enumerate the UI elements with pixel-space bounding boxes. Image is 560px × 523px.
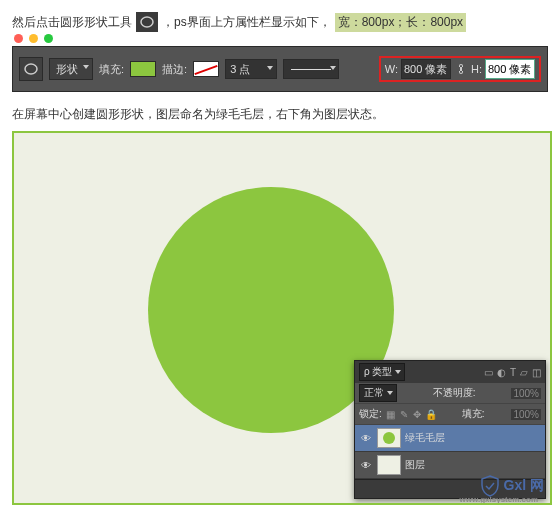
watermark-url: www.gxlsystem.com <box>460 495 538 504</box>
layer-thumb <box>377 428 401 448</box>
lock-paint-icon[interactable]: ✎ <box>399 409 409 420</box>
width-input[interactable]: 800 像素 <box>401 59 451 79</box>
layer-name: 绿毛毛层 <box>405 431 541 445</box>
tool-mode-select[interactable]: 形状 <box>49 58 93 80</box>
window-traffic-lights <box>14 34 53 43</box>
lock-label: 锁定: <box>359 407 382 421</box>
link-wh-icon[interactable] <box>454 62 468 76</box>
chevron-down-icon <box>330 66 336 70</box>
filter-type-icon[interactable]: T <box>510 367 516 378</box>
height-label: H: <box>471 63 482 75</box>
ps-options-bar: 形状 填充: 描边: 3 点 W: 800 像素 H: 800 像素 <box>12 46 548 92</box>
opacity-label: 不透明度: <box>433 386 476 400</box>
lock-icons: ▦ ✎ ✥ 🔒 <box>386 409 435 420</box>
svg-point-1 <box>25 64 37 74</box>
layer-thumb <box>377 455 401 475</box>
intro-text-before: 然后点击圆形形状工具 <box>12 14 132 31</box>
layer-filter-icons: ▭ ◐ T ▱ ◫ <box>484 367 541 378</box>
stroke-label: 描边: <box>162 62 187 77</box>
width-height-group: W: 800 像素 H: 800 像素 <box>379 56 541 82</box>
tool-mode-label: 形状 <box>56 62 78 77</box>
width-value: 800 像素 <box>404 62 447 77</box>
fill-swatch[interactable] <box>130 61 156 77</box>
filter-pixel-icon[interactable]: ▭ <box>484 367 493 378</box>
stroke-width-value: 3 点 <box>230 62 250 77</box>
ps-canvas: ρ 类型 ▭ ◐ T ▱ ◫ 正常 不透明度: 100% 锁定: ▦ ✎ <box>12 131 552 505</box>
filter-smart-icon[interactable]: ◫ <box>532 367 541 378</box>
visibility-icon[interactable]: 👁 <box>359 460 373 471</box>
close-icon[interactable] <box>14 34 23 43</box>
fill-label: 填充: <box>99 62 124 77</box>
stroke-style-line-icon <box>291 69 331 70</box>
caption: 在屏幕中心创建圆形形状，图层命名为绿毛毛层，右下角为图层状态。 <box>12 106 548 123</box>
lock-trans-icon[interactable]: ▦ <box>386 409 396 420</box>
ellipse-tool-icon[interactable] <box>19 57 43 81</box>
filter-shape-icon[interactable]: ▱ <box>520 367 528 378</box>
layer-name: 图层 <box>405 458 541 472</box>
chevron-down-icon <box>395 370 401 374</box>
stroke-style-select[interactable] <box>283 59 339 79</box>
blend-mode-select[interactable]: 正常 <box>359 384 397 402</box>
filter-adjust-icon[interactable]: ◐ <box>497 367 506 378</box>
shield-icon <box>480 475 500 497</box>
chevron-down-icon <box>267 66 273 70</box>
stroke-swatch[interactable] <box>193 61 219 77</box>
fill-opacity-label: 填充: <box>462 407 485 421</box>
intro-text-after: ，ps界面上方属性栏显示如下， <box>162 14 331 31</box>
ellipse-tool-icon <box>136 12 158 32</box>
layer-filter-label: ρ 类型 <box>364 365 392 379</box>
intro-size-highlight: 宽：800px；长：800px <box>335 13 466 32</box>
minimize-icon[interactable] <box>29 34 38 43</box>
layer-item[interactable]: 👁 绿毛毛层 <box>355 425 545 452</box>
svg-point-0 <box>141 17 153 27</box>
layer-filter-select[interactable]: ρ 类型 <box>359 363 405 381</box>
layers-blend-row: 正常 不透明度: 100% <box>355 383 545 404</box>
height-value: 800 像素 <box>488 62 531 77</box>
layers-lock-row: 锁定: ▦ ✎ ✥ 🔒 填充: 100% <box>355 404 545 425</box>
blend-mode-value: 正常 <box>364 386 384 400</box>
opacity-value[interactable]: 100% <box>511 388 541 399</box>
lock-all-icon[interactable]: 🔒 <box>425 409 435 420</box>
stroke-width-input[interactable]: 3 点 <box>225 59 277 79</box>
width-label: W: <box>385 63 398 75</box>
layers-filter-row: ρ 类型 ▭ ◐ T ▱ ◫ <box>355 361 545 383</box>
intro-line: 然后点击圆形形状工具 ，ps界面上方属性栏显示如下， 宽：800px；长：800… <box>12 12 548 32</box>
chevron-down-icon <box>83 65 89 69</box>
fill-opacity-value[interactable]: 100% <box>511 409 541 420</box>
visibility-icon[interactable]: 👁 <box>359 433 373 444</box>
watermark: Gxl 网 www.gxlsystem.com <box>480 475 544 497</box>
watermark-text: Gxl 网 <box>504 477 544 495</box>
lock-pos-icon[interactable]: ✥ <box>412 409 422 420</box>
zoom-icon[interactable] <box>44 34 53 43</box>
height-input[interactable]: 800 像素 <box>485 59 535 79</box>
chevron-down-icon <box>387 391 393 395</box>
